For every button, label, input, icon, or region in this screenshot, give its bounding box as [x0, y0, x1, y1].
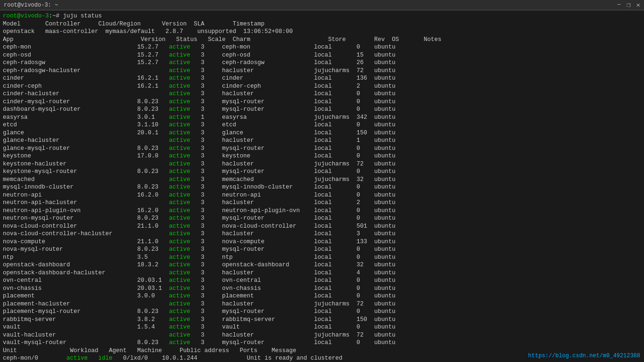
status-badge: active [169, 262, 190, 268]
terminal-line: ceph-mon 15.2.7 active 3 ceph-mon local … [3, 43, 641, 51]
status-badge: active [169, 114, 190, 121]
terminal-line: openstack-dashboard 18.3.2 active 3 open… [3, 261, 641, 269]
status-badge: active [169, 254, 190, 261]
terminal-line: ovn-chassis 20.03.1 active 3 ovn-chassis… [3, 285, 641, 293]
status-badge: active [169, 308, 190, 315]
status-badge: active [169, 316, 190, 323]
status-badge: active [169, 52, 190, 58]
minimize-button[interactable]: − [617, 1, 621, 9]
close-button[interactable]: ✕ [636, 1, 640, 9]
terminal-line: nova-cloud-controller 21.1.0 active 3 no… [3, 222, 641, 230]
status-badge: active [169, 230, 190, 237]
status-badge: active [169, 83, 190, 90]
status-badge: active [169, 192, 190, 198]
terminal-line: ntp 3.5 active 3 ntp local 0 ubuntu [3, 254, 641, 262]
status-badge: active [169, 176, 190, 183]
status-badge: active [169, 90, 190, 97]
terminal-line: vault 1.5.4 active 3 vault local 0 ubunt… [3, 323, 641, 331]
status-badge: active [169, 44, 190, 50]
url-badge: https://blog.csdn.net/m0_49212388 [528, 353, 640, 359]
status-badge: active [169, 137, 190, 144]
status-badge: active [169, 67, 190, 74]
prompt: root@vivodo-3 [3, 12, 49, 20]
terminal-line: keystone 17.0.0 active 3 keystone local … [3, 152, 641, 160]
window-title: root@vivodo-3: ~ [4, 2, 58, 8]
status-badge: active [169, 301, 190, 307]
terminal-body[interactable]: root@vivodo-3:~# juju statusModel Contro… [0, 10, 644, 362]
status-badge: active [169, 207, 190, 214]
status-badge: active [169, 215, 190, 222]
workload-status: active [66, 355, 88, 362]
terminal-line: vault-hacluster active 3 hacluster jujuc… [3, 331, 641, 339]
terminal-line: neutron-mysql-router 8.0.23 active 3 mys… [3, 214, 641, 222]
terminal-line: cinder 16.2.1 active 3 cinder local 136 … [3, 74, 641, 82]
terminal-line: placement-hacluster active 3 hacluster j… [3, 300, 641, 308]
status-badge: active [169, 145, 190, 152]
terminal-line: cinder-ceph 16.2.1 active 3 cinder-ceph … [3, 82, 641, 90]
terminal-line: root@vivodo-3:~# juju status [3, 12, 641, 20]
status-badge: active [169, 324, 190, 330]
terminal-window: root@vivodo-3: ~ − ❐ ✕ root@vivodo-3:~# … [0, 0, 644, 362]
terminal-line: easyrsa 3.0.1 active 1 easyrsa jujucharm… [3, 114, 641, 122]
terminal-line: mysql-innodb-cluster 8.0.23 active 3 mys… [3, 183, 641, 191]
terminal-line: nova-mysql-router 8.0.23 active 3 mysql-… [3, 246, 641, 254]
status-badge: active [169, 285, 190, 292]
terminal-line: placement-mysql-router 8.0.23 active 3 m… [3, 308, 641, 316]
status-badge: active [169, 153, 190, 159]
status-badge: active [169, 199, 190, 206]
status-badge: active [169, 270, 190, 276]
terminal-line: keystone-mysql-router 8.0.23 active 3 my… [3, 168, 641, 176]
status-badge: active [169, 339, 190, 346]
status-badge: active [169, 122, 190, 128]
terminal-line: nova-cloud-controller-hacluster active 3… [3, 230, 641, 238]
window-controls: − ❐ ✕ [617, 1, 640, 9]
status-badge: active [169, 161, 190, 167]
status-badge: active [169, 168, 190, 175]
status-badge: active [169, 184, 190, 190]
terminal-line: dashboard-mysql-router 8.0.23 active 3 m… [3, 106, 641, 114]
terminal-line: glance 20.0.1 active 3 glance local 150 … [3, 129, 641, 137]
terminal-line: App Version Status Scale Charm Store Rev… [3, 36, 641, 44]
status-badge: active [169, 59, 190, 66]
terminal-line: ceph-radosgw-hacluster active 3 hacluste… [3, 67, 641, 75]
status-badge: active [169, 99, 190, 105]
status-badge: active [169, 277, 190, 284]
terminal-line: openstack maas-controller mymaas/default… [3, 28, 641, 36]
terminal-line: Model Controller Cloud/Region Version SL… [3, 20, 641, 28]
titlebar: root@vivodo-3: ~ − ❐ ✕ [0, 0, 644, 10]
status-badge: active [169, 223, 190, 230]
terminal-line: ceph-radosgw 15.2.7 active 3 ceph-radosg… [3, 59, 641, 67]
terminal-line: glance-hacluster active 3 hacluster loca… [3, 137, 641, 145]
terminal-line: cinder-hacluster active 3 hacluster loca… [3, 90, 641, 98]
terminal-line: vault-mysql-router 8.0.23 active 3 mysql… [3, 339, 641, 347]
terminal-line: nova-compute 21.1.0 active 3 nova-comput… [3, 238, 641, 246]
status-badge: active [169, 239, 190, 245]
terminal-line: memcached active 3 memcached jujucharms … [3, 176, 641, 184]
terminal-line: ovn-central 20.03.1 active 3 ovn-central… [3, 277, 641, 285]
terminal-line: cinder-mysql-router 8.0.23 active 3 mysq… [3, 98, 641, 106]
maximize-button[interactable]: ❐ [627, 1, 630, 9]
terminal-line: openstack-dashboard-hacluster active 3 h… [3, 269, 641, 277]
terminal-line: keystone-hacluster active 3 hacluster ju… [3, 160, 641, 168]
terminal-line: neutron-api 16.2.0 active 3 neutron-api … [3, 191, 641, 199]
terminal-line: rabbitmq-server 3.8.2 active 3 rabbitmq-… [3, 316, 641, 324]
status-badge: active [169, 75, 190, 82]
terminal-line: glance-mysql-router 8.0.23 active 3 mysq… [3, 145, 641, 153]
status-badge: active [169, 130, 190, 136]
status-badge: active [169, 293, 190, 299]
terminal-line: placement 3.0.0 active 3 placement local… [3, 292, 641, 300]
status-badge: active [169, 246, 190, 253]
terminal-line: ceph-osd 15.2.7 active 3 ceph-osd local … [3, 51, 641, 59]
status-badge: active [169, 106, 190, 113]
status-badge: active [169, 332, 190, 338]
terminal-line: etcd 3.1.10 active 3 etcd local 0 ubuntu [3, 121, 641, 129]
terminal-line: neutron-api-hacluster active 3 hacluster… [3, 199, 641, 207]
terminal-line: neutron-api-plugin-ovn 16.2.0 active 3 n… [3, 207, 641, 215]
